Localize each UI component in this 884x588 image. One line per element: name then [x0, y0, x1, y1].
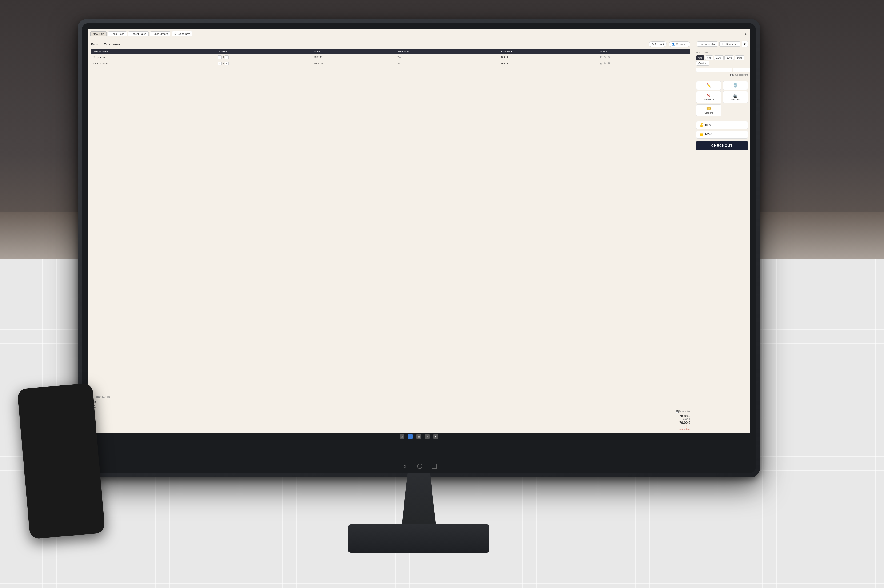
edit-icon-2[interactable]: ✎: [604, 62, 606, 65]
qty-increase-1[interactable]: +: [225, 55, 229, 59]
discount-label: DISCOUNT: [696, 51, 748, 54]
disc-btn-custom[interactable]: Custom: [696, 61, 709, 66]
close-day-icon: ☐: [174, 32, 177, 35]
restaurant-btn-1[interactable]: Le Bernardin: [697, 41, 718, 46]
discount-section: DISCOUNT 0% 5% 10% 20% 30% Custom: [694, 49, 750, 79]
pct-icon-1[interactable]: %: [608, 56, 610, 59]
monitor-screen: New Sale Open Sales Recent Sales Sales O…: [87, 29, 750, 440]
customer-button[interactable]: 👤 Customer: [669, 41, 690, 47]
tab-close-day[interactable]: ☐ Close Day: [172, 31, 192, 36]
action-icons-2: ⊡ ✎ %: [600, 62, 689, 65]
disc-btn-10[interactable]: 10%: [714, 55, 723, 60]
phone: [17, 382, 105, 539]
due-value: 0.00 €: [91, 424, 690, 428]
table-row: Cappuccino − 1 + 3.33 €: [91, 54, 690, 60]
coupons-icon-2: 🎫: [706, 106, 711, 111]
qty-decrease-1[interactable]: −: [218, 55, 222, 59]
disc-pct-1: 0%: [395, 54, 499, 60]
disc-btn-30[interactable]: 30%: [735, 55, 744, 60]
tab-open-sales[interactable]: Open Sales: [108, 31, 127, 36]
recent-nav-btn[interactable]: [432, 464, 437, 469]
disc-btn-20[interactable]: 20%: [725, 55, 734, 60]
disc-eur-1: 0.00 €: [499, 54, 598, 60]
restaurant-btn-2[interactable]: Le Bernardin: [719, 41, 740, 46]
product-name-1: Cappuccino: [91, 54, 216, 60]
disc-pct-2: 0%: [395, 60, 499, 67]
payment-section: 💰 100% 💳 100% CHECKOUT: [694, 119, 750, 153]
taskbar-icon-5[interactable]: ▶: [434, 434, 438, 439]
coupons-label-2: Coupons: [704, 112, 713, 114]
taskbar-icon-2[interactable]: ☰: [408, 434, 413, 439]
promotions-icon: %: [707, 93, 710, 98]
cash-payment-btn[interactable]: 💰 100%: [696, 121, 748, 129]
card-icon: 💳: [699, 133, 703, 136]
taskbar-icon-4[interactable]: ↺: [425, 434, 430, 439]
totals-right: 70.00 € 0.00 € 70.00 € 0.00 € Order retu…: [91, 414, 690, 430]
customer-buttons: ⊕ Product 👤 Customer: [649, 41, 690, 47]
action-btn-promotions[interactable]: % Promotions: [696, 91, 721, 103]
tab-recent-sales[interactable]: Recent Sales: [128, 31, 149, 36]
disc-btn-0[interactable]: 0%: [696, 55, 704, 60]
order-bottom: ACCOUNTANTS Total Tax VAT: [91, 389, 690, 430]
discount-buttons: 0% 5% 10% 20% 30% Custom: [696, 55, 748, 66]
qty-increase-2[interactable]: +: [225, 62, 229, 65]
order-panel: Default Customer ⊕ Product 👤 Customer: [87, 39, 693, 433]
product-button[interactable]: ⊕ Product: [649, 41, 667, 47]
copy-icon-1[interactable]: ⊡: [600, 56, 603, 59]
edit-icon-1[interactable]: ✎: [604, 56, 606, 59]
qty-1: − 1 +: [216, 54, 312, 60]
disc-eur-2: 0.00 €: [499, 60, 598, 67]
col-discount-eur: Discount €: [499, 49, 598, 54]
col-actions: Actions: [598, 49, 690, 54]
taskbar-icon-3[interactable]: ▤: [416, 434, 421, 439]
pos-app: New Sale Open Sales Recent Sales Sales O…: [87, 29, 750, 440]
save-notes-button[interactable]: 💾 Save notes: [91, 410, 690, 413]
action-btn-coupons-2[interactable]: 🎫 Coupons: [696, 104, 721, 116]
customer-header: Default Customer ⊕ Product 👤 Customer: [91, 41, 690, 47]
save-notes-icon: 💾: [676, 410, 678, 413]
discount-input[interactable]: [696, 68, 732, 72]
restaurant-header: Le Bernardin Le Bernardin ↻: [694, 39, 750, 49]
taskbar: ⊞ ☰ ▤ ↺ ▶: [87, 433, 750, 440]
tab-sales-orders[interactable]: Sales Orders: [150, 31, 170, 36]
subtotal-value: 70.00 €: [91, 414, 690, 418]
order-return-link[interactable]: Order return: [91, 428, 690, 430]
product-icon: ⊕: [652, 43, 654, 46]
promotions-label: Promotions: [703, 98, 714, 100]
discount-input-2[interactable]: [733, 68, 750, 72]
qty-decrease-2[interactable]: −: [218, 62, 222, 65]
taskbar-icon-1[interactable]: ⊞: [399, 434, 404, 439]
copy-icon-2[interactable]: ⊡: [600, 62, 603, 65]
save-discount-row[interactable]: 💾 Save discount: [696, 74, 748, 76]
tab-new-sale[interactable]: New Sale: [90, 31, 107, 36]
col-price: Price: [312, 49, 395, 54]
col-discount-pct: Discount %: [395, 49, 499, 54]
col-quantity: Quantity: [216, 49, 312, 54]
home-nav-btn[interactable]: [417, 464, 422, 469]
action-btn-coupons-1[interactable]: 🖨️ Coupons: [723, 91, 748, 103]
action-btn-edit[interactable]: ✏️: [696, 81, 721, 90]
total-row-label: Total: [91, 400, 690, 403]
accountants-section: ACCOUNTANTS: [91, 396, 690, 398]
back-nav-btn[interactable]: ◁: [401, 463, 408, 470]
total-value: 70.00 €: [91, 421, 690, 424]
checkout-button[interactable]: CHECKOUT: [696, 141, 748, 150]
top-nav: New Sale Open Sales Recent Sales Sales O…: [87, 29, 750, 39]
table-row: White T-Shirt − 1 + 66.67 €: [91, 60, 690, 67]
restaurant-icon[interactable]: ↻: [741, 41, 748, 47]
tax-value: 0.00 €: [91, 418, 690, 421]
col-product-name: Product Name: [91, 49, 216, 54]
disc-btn-5[interactable]: 5%: [705, 55, 713, 60]
cash-icon: 💰: [699, 123, 703, 127]
qty-control-2: − 1 +: [218, 62, 311, 65]
card-payment-btn[interactable]: 💳 100%: [696, 130, 748, 138]
customer-title: Default Customer: [91, 42, 120, 46]
product-name-2: White T-Shirt: [91, 60, 216, 67]
coupons-icon-1: 🖨️: [733, 93, 738, 98]
action-btn-delete[interactable]: 🗑️: [723, 81, 748, 90]
price-2: 66.67 €: [312, 60, 395, 67]
pct-icon-2[interactable]: %: [608, 62, 610, 65]
total-section: Total Tax VAT: [91, 400, 690, 410]
total-row-tax: Tax: [91, 404, 690, 406]
price-1: 3.33 €: [312, 54, 395, 60]
